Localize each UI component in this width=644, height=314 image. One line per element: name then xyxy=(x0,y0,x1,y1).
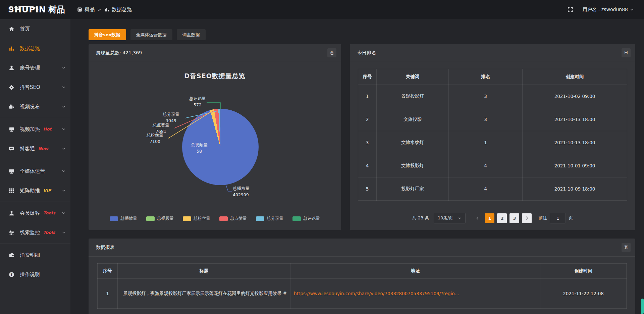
column-header: 排名 xyxy=(449,69,523,85)
table-cell: 3 xyxy=(449,108,523,131)
goto-page-input[interactable] xyxy=(550,213,566,223)
legend-marker xyxy=(256,216,264,221)
pie-label-videos: 总视频量58 xyxy=(182,142,217,155)
ranking-day-button[interactable]: 日 xyxy=(622,48,631,57)
table-cell: 2021-10-13 18:00 xyxy=(523,131,627,154)
report-table-wrap: 序号标题地址创建时间1景观投影灯，夜游景观投影灯厂家展示展示落花灯在花园里的灯光… xyxy=(97,263,627,309)
sidebar-item-video-heat[interactable]: 视频加热Hot xyxy=(0,119,70,139)
sidebar-item-account-management[interactable]: 账号管理 xyxy=(0,58,70,77)
sidebar-item-data-overview[interactable]: 数据总览 xyxy=(0,39,70,58)
username-label: 用户名：zswodun88 xyxy=(583,7,628,13)
member-icon xyxy=(9,210,15,216)
table-cell: 投影灯厂家 xyxy=(377,177,449,201)
sidebar-item-member-baoke[interactable]: 会员爆客Tools xyxy=(0,203,70,223)
sidebar-item-douketong[interactable]: 抖客通New xyxy=(0,139,70,158)
user-menu[interactable]: 用户名：zswodun88 xyxy=(583,7,634,13)
tab-media-ops-data[interactable]: 全媒体运营数据 xyxy=(130,29,172,40)
bar-chart-icon xyxy=(104,7,109,12)
scrollbar-thumb[interactable] xyxy=(641,299,644,314)
page-button-2[interactable]: 2 xyxy=(497,213,507,223)
breadcrumb-root[interactable]: 树品 xyxy=(77,6,95,13)
breadcrumb-current[interactable]: 数据总览 xyxy=(104,6,132,13)
chevron-down-icon xyxy=(62,189,66,193)
report-card-header: 数据报表 表 xyxy=(89,239,635,257)
pie-label-plays: 总播放量402909 xyxy=(233,185,276,198)
sliders-icon xyxy=(9,230,15,235)
legend-item[interactable]: 总评论量 xyxy=(292,216,320,221)
legend-item[interactable]: 总点赞量 xyxy=(219,216,247,221)
column-header: 序号 xyxy=(358,69,377,85)
chevron-down-icon xyxy=(62,127,66,131)
report-card-title: 数据报表 xyxy=(96,245,115,251)
table-header-row: 序号关键词排名创建时间 xyxy=(358,69,627,85)
breadcrumb-separator: > xyxy=(98,7,101,12)
table-cell: 5 xyxy=(358,177,377,201)
overview-total-button[interactable]: 总 xyxy=(327,48,336,57)
legend-item[interactable]: 总粉丝量 xyxy=(183,216,210,221)
legend-item[interactable]: 总分享量 xyxy=(256,216,283,221)
sidebar-item-operation-guide[interactable]: ?操作说明 xyxy=(0,265,70,284)
breadcrumb-current-label: 数据总览 xyxy=(112,6,132,13)
sidebar-item-expense-detail[interactable]: 消费明细 xyxy=(0,245,70,265)
column-header: 关键词 xyxy=(377,69,449,85)
table-row: 5投影灯厂家42021-10-09 18:00 xyxy=(358,177,627,201)
page-button-1[interactable]: 1 xyxy=(485,213,494,223)
ranking-card-title: 今日排名 xyxy=(357,50,376,56)
legend-item[interactable]: 总视频量 xyxy=(146,216,174,221)
legend-marker xyxy=(146,216,155,221)
page-buttons: 123 xyxy=(483,213,521,223)
pagination-total: 共 23 条 xyxy=(412,215,429,221)
sidebar-badge: Tools xyxy=(43,230,55,235)
legend-item[interactable]: 总播放量 xyxy=(110,216,137,221)
app-logo[interactable]: SHUPIN 树品 xyxy=(0,4,70,15)
table-row: 2文旅投影32021-10-13 18:00 xyxy=(358,108,627,131)
legend-marker xyxy=(110,216,118,221)
sidebar-item-label: 视频加热 xyxy=(20,126,40,133)
pie-label-comments: 总评论量572 xyxy=(179,95,216,108)
home-icon xyxy=(9,26,15,32)
prev-page-button[interactable] xyxy=(472,213,482,223)
sidebar-divider xyxy=(0,160,70,160)
top-cards-row: 展现量总数: 421,369 总 D音SEO数据量总览 总评论量572 总分享量… xyxy=(89,44,635,230)
table-cell: 1 xyxy=(358,85,377,108)
tab-douyin-seo-data[interactable]: 抖音seo数据 xyxy=(89,29,126,40)
table-cell: 2 xyxy=(358,108,377,131)
breadcrumb-root-label: 树品 xyxy=(85,6,95,13)
fullscreen-icon[interactable] xyxy=(568,7,573,12)
sidebar-item-home[interactable]: 首页 xyxy=(0,19,70,39)
sidebar-item-lead-monitor[interactable]: 线索监控Tools xyxy=(0,223,70,242)
bar-chart-icon xyxy=(9,46,15,51)
sidebar-item-label: 操作说明 xyxy=(20,271,40,278)
svg-text:?: ? xyxy=(11,273,13,276)
report-table-button[interactable]: 表 xyxy=(622,243,631,252)
ranking-card: 今日排名 日 序号关键词排名创建时间1景观投影灯32021-10-02 09:0… xyxy=(350,44,635,230)
sidebar-item-label: 线索监控 xyxy=(20,229,40,236)
sidebar-item-media-operation[interactable]: 全媒体运营 xyxy=(0,161,70,181)
sidebar-item-label: 首页 xyxy=(20,26,30,32)
camera-icon xyxy=(9,104,15,110)
table-row: 4文旅投影灯42021-10-01 09:00 xyxy=(358,154,627,177)
video-url-link[interactable]: https://www.iesdouyin.com/share/video/70… xyxy=(290,279,540,309)
next-page-button[interactable] xyxy=(522,213,532,223)
table-cell: 文旅水纹灯 xyxy=(377,131,449,154)
report-card: 数据报表 表 序号标题地址创建时间1景观投影灯，夜游景观投影灯厂家展示展示落花灯… xyxy=(89,239,635,314)
logo-text-cn: 树品 xyxy=(48,4,65,15)
legend-label: 总视频量 xyxy=(157,216,174,221)
sidebar-item-matrix-boost[interactable]: 矩阵助推VIP xyxy=(0,181,70,200)
overview-card: 展现量总数: 421,369 总 D音SEO数据量总览 总评论量572 总分享量… xyxy=(89,44,341,230)
page-button-3[interactable]: 3 xyxy=(509,213,519,223)
chart-legend: 总播放量总视频量总粉丝量总点赞量总分享量总评论量 xyxy=(89,216,341,221)
column-header: 创建时间 xyxy=(540,264,627,279)
legend-label: 总粉丝量 xyxy=(194,216,210,221)
overview-card-header: 展现量总数: 421,369 总 xyxy=(89,44,341,62)
ranking-table-wrap: 序号关键词排名创建时间1景观投影灯32021-10-02 09:002文旅投影3… xyxy=(358,69,627,201)
table-cell: 4 xyxy=(449,154,523,177)
chevron-down-icon xyxy=(62,66,66,70)
tab-inquiry-data[interactable]: 询盘数据 xyxy=(177,29,206,40)
sidebar-item-video-publish[interactable]: 视频发布 xyxy=(0,97,70,116)
sidebar-item-label: 全媒体运营 xyxy=(20,168,45,174)
sidebar-item-label: 会员爆客 xyxy=(20,210,40,216)
sidebar-item-douyin-seo[interactable]: 抖音SEO xyxy=(0,77,70,97)
video-title-cell: 景观投影灯，夜游景观投影灯厂家展示展示落花灯在花园里的灯光投影应用效果 # xyxy=(118,279,290,309)
page-size-select[interactable]: 10条/页 xyxy=(434,213,466,223)
